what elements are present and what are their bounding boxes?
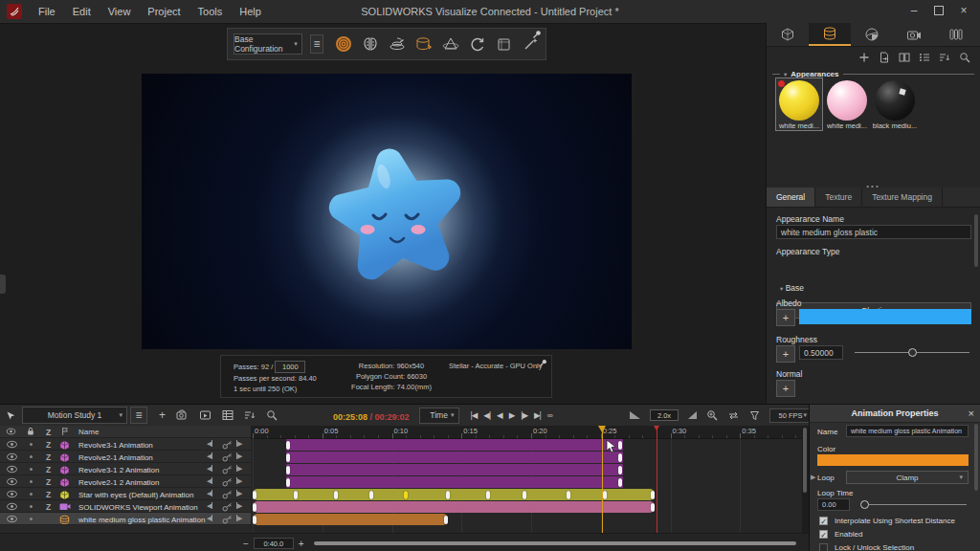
timeline-menu-button[interactable]: ≡ — [130, 407, 147, 424]
keyframe-marker[interactable] — [369, 491, 373, 499]
track-name[interactable]: Star with eyes (Default) Animation — [78, 491, 194, 499]
paint-bucket-icon[interactable] — [415, 36, 433, 52]
menu-item-file[interactable]: File — [30, 0, 64, 23]
keyframe-marker[interactable] — [286, 453, 290, 462]
zoom-wedge-icon[interactable] — [688, 411, 697, 419]
rotate-icon[interactable] — [469, 36, 486, 52]
motion-study-select[interactable]: Motion Study 1 ▾ — [22, 407, 127, 424]
appearance-swatch[interactable]: white medi... — [776, 78, 822, 130]
checkbox-lock-unlock-selection[interactable] — [819, 543, 828, 551]
environments-tab[interactable] — [851, 23, 893, 46]
zoom-ramp-icon[interactable] — [630, 411, 640, 419]
keyframe-key-icon[interactable] — [222, 452, 233, 462]
roughness-add-texture-button[interactable]: + — [776, 345, 795, 363]
timeline-horizontal-scrollbar[interactable] — [314, 540, 801, 547]
anim-loop-time-track[interactable] — [863, 504, 967, 505]
menu-item-edit[interactable]: Edit — [64, 0, 100, 23]
keyframe-marker[interactable] — [294, 491, 298, 499]
next-keyframe-button[interactable]: ▶ — [236, 440, 242, 448]
track-curve-icon[interactable]: Z — [46, 440, 51, 450]
timeline-zoom-in-button[interactable]: + — [299, 539, 304, 549]
albedo-add-texture-button[interactable]: + — [776, 309, 795, 326]
track-row[interactable]: ZRevolve2-1 2 Animation◀▶ — [0, 475, 251, 488]
turntable-icon[interactable] — [389, 36, 406, 52]
zoom-search-icon[interactable] — [706, 409, 718, 421]
anim-loop-select[interactable]: Clamp ▾ — [846, 471, 969, 484]
keyframe-marker[interactable] — [618, 441, 622, 450]
track-bar[interactable] — [286, 476, 623, 488]
zoom-level-box[interactable]: 2.0x — [650, 409, 679, 421]
animation-properties-close[interactable]: × — [969, 408, 974, 419]
keyframe-marker[interactable] — [286, 441, 290, 450]
track-bar[interactable] — [286, 464, 623, 475]
render-animation-icon[interactable] — [199, 409, 212, 421]
track-row[interactable]: white medium gloss plastic Animation◀▶ — [0, 513, 251, 525]
fps-select[interactable]: 50 FPS▾ — [769, 408, 812, 423]
play-reverse-button[interactable]: ◀ — [497, 410, 502, 420]
keyframe-marker[interactable] — [603, 491, 607, 499]
next-keyframe-button[interactable]: ▶ — [236, 465, 242, 473]
appearance-swatch[interactable]: white medi... — [824, 78, 870, 130]
keyframe-marker[interactable] — [404, 491, 408, 499]
filter-funnel-icon[interactable] — [749, 410, 760, 421]
keyframe-marker[interactable] — [618, 453, 622, 462]
panel-expand-arrow[interactable]: ▶ — [811, 474, 815, 481]
keyframe-key-icon[interactable] — [222, 477, 233, 487]
detail-tab-texture-mapping[interactable]: Texture Mapping — [862, 187, 943, 207]
right-panel-scrollbar[interactable] — [974, 214, 978, 267]
track-bar[interactable] — [253, 501, 655, 513]
timeline-duration-input[interactable]: 0:40.0 — [254, 538, 294, 549]
prev-keyframe-button[interactable]: ◀ — [207, 502, 212, 510]
add-button[interactable]: + — [159, 408, 166, 422]
close-button[interactable]: × — [951, 0, 976, 21]
track-name[interactable]: Revolve3-1 Animation — [78, 441, 153, 450]
keyframe-marker[interactable] — [618, 466, 622, 474]
keyframe-marker[interactable] — [651, 491, 655, 499]
menu-item-project[interactable]: Project — [139, 0, 189, 23]
left-panel-handle[interactable] — [0, 275, 6, 294]
track-name[interactable]: Revolve2-1 2 Animation — [78, 478, 160, 487]
denoiser-brain-icon[interactable] — [362, 36, 379, 52]
track-bar[interactable] — [286, 439, 623, 451]
next-keyframe-button[interactable]: ▶ — [236, 502, 242, 510]
appearance-swatch[interactable]: black mediu... — [872, 78, 918, 130]
track-visibility-icon[interactable] — [6, 502, 18, 511]
track-lock-dot[interactable] — [30, 480, 33, 483]
anim-name-input[interactable]: white medium gloss plastic Animation — [846, 425, 969, 437]
track-detail-icon[interactable] — [222, 409, 234, 421]
keyframe-marker[interactable] — [253, 503, 256, 512]
track-curve-icon[interactable]: Z — [46, 477, 51, 487]
go-to-start-button[interactable]: |◀ — [471, 410, 478, 420]
pivot-pyramid-icon[interactable] — [442, 36, 459, 52]
track-bar[interactable] — [253, 514, 448, 525]
appearance-name-input[interactable]: white medium gloss plastic — [776, 225, 971, 239]
keyframe-marker[interactable] — [618, 478, 622, 487]
normal-add-texture-button[interactable]: + — [776, 380, 795, 397]
keyframe-marker[interactable] — [286, 466, 290, 474]
detail-tab-general[interactable]: General — [767, 187, 815, 207]
keyframe-marker[interactable] — [523, 491, 526, 499]
select-cursor-icon[interactable] — [6, 410, 16, 421]
next-keyframe-button[interactable]: ▶ — [236, 515, 242, 522]
track-curve-icon[interactable]: Z — [46, 452, 51, 462]
track-curve-icon[interactable]: Z — [46, 465, 51, 474]
search-icon[interactable] — [959, 52, 970, 63]
track-curve-icon[interactable]: Z — [46, 490, 51, 499]
track-row[interactable]: ZRevolve2-1 Animation◀▶ — [0, 451, 251, 463]
configuration-menu-button[interactable]: ≡ — [310, 34, 323, 54]
prev-keyframe-button[interactable]: ◀ — [207, 465, 212, 473]
prev-keyframe-button[interactable]: ◀ — [207, 515, 212, 522]
renders-tab[interactable] — [935, 23, 977, 46]
track-curve-icon[interactable]: Z — [46, 502, 51, 512]
keyframe-key-icon[interactable] — [222, 515, 233, 524]
add-icon[interactable] — [858, 52, 870, 63]
next-keyframe-button[interactable]: ▶ — [236, 477, 242, 485]
track-lock-dot[interactable] — [30, 468, 33, 471]
anim-color-swatch[interactable] — [817, 454, 969, 466]
keyframe-key-icon[interactable] — [222, 490, 233, 499]
keyframe-marker[interactable] — [253, 516, 256, 524]
playhead-grip[interactable] — [598, 426, 606, 432]
page-export-icon[interactable] — [879, 52, 890, 63]
go-to-end-button[interactable]: ▶| — [534, 410, 541, 420]
prev-keyframe-button[interactable]: ◀ — [207, 477, 212, 485]
